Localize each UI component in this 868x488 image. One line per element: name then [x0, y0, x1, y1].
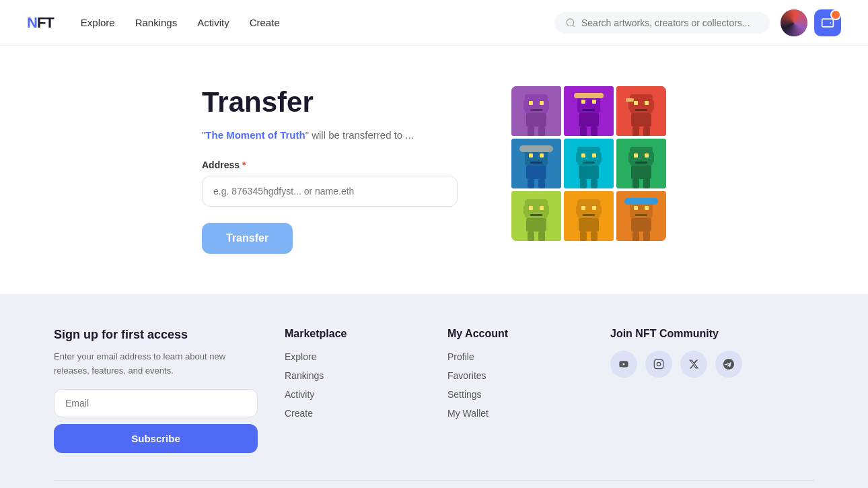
- svg-rect-26: [645, 101, 649, 105]
- svg-rect-70: [528, 232, 534, 241]
- svg-rect-48: [576, 152, 581, 163]
- svg-rect-81: [591, 232, 598, 241]
- marketplace-explore[interactable]: Explore: [285, 351, 316, 362]
- svg-rect-12: [538, 127, 545, 136]
- nav-create[interactable]: Create: [250, 17, 280, 28]
- svg-rect-29: [649, 100, 654, 110]
- svg-rect-65: [529, 206, 533, 210]
- youtube-icon[interactable]: [610, 351, 637, 378]
- header-actions: [781, 9, 841, 36]
- svg-rect-66: [540, 206, 544, 210]
- signup-description: Enter your email address to learn about …: [54, 350, 258, 378]
- search-bar[interactable]: [554, 12, 770, 34]
- svg-rect-49: [596, 152, 602, 163]
- wallet-button[interactable]: [814, 9, 841, 36]
- marketplace-title: Marketplace: [285, 328, 421, 340]
- community-title: Join NFT Community: [610, 328, 814, 340]
- svg-rect-20: [580, 127, 587, 136]
- main-content: Transfer "The Moment of Truth" will be t…: [0, 46, 868, 294]
- svg-rect-60: [632, 179, 639, 188]
- footer-my-account: My Account Profile Favorites Settings My…: [447, 328, 583, 453]
- search-icon: [565, 18, 576, 28]
- svg-rect-6: [529, 101, 533, 105]
- svg-rect-61: [643, 179, 650, 188]
- twitter-icon[interactable]: [680, 351, 707, 378]
- footer-top: Sign up for first access Enter your emai…: [54, 328, 814, 453]
- footer-community: Join NFT Community: [610, 328, 814, 453]
- account-wallet[interactable]: My Wallet: [447, 408, 489, 419]
- svg-rect-47: [583, 162, 595, 164]
- address-input[interactable]: [202, 176, 458, 207]
- nav-rankings[interactable]: Rankings: [135, 17, 178, 28]
- wallet-icon: [821, 16, 834, 30]
- svg-rect-75: [581, 206, 585, 210]
- transfer-form: Transfer "The Moment of Truth" will be t…: [202, 86, 458, 254]
- svg-rect-69: [544, 205, 549, 215]
- footer: Sign up for first access Enter your emai…: [0, 294, 868, 488]
- svg-rect-85: [634, 206, 638, 210]
- nft-cell-7: [511, 191, 561, 241]
- marketplace-rankings[interactable]: Rankings: [285, 370, 324, 381]
- svg-rect-45: [581, 153, 585, 158]
- nft-cell-2: [564, 86, 614, 136]
- nft-cell-4: [511, 139, 561, 188]
- nav-activity[interactable]: Activity: [197, 17, 229, 28]
- svg-rect-39: [519, 145, 553, 152]
- svg-rect-51: [591, 179, 598, 188]
- svg-rect-55: [634, 153, 638, 158]
- subscribe-button[interactable]: Subscribe: [54, 424, 258, 453]
- marketplace-activity[interactable]: Activity: [285, 389, 314, 400]
- logo[interactable]: NFT: [27, 14, 54, 32]
- transfer-button[interactable]: Transfer: [202, 223, 293, 254]
- svg-rect-40: [528, 179, 534, 188]
- svg-rect-41: [538, 179, 545, 188]
- transfer-title: Transfer: [202, 86, 458, 118]
- svg-rect-11: [528, 127, 534, 136]
- nft-cell-1: [511, 86, 561, 136]
- account-links: Profile Favorites Settings My Wallet: [447, 351, 583, 419]
- account-settings[interactable]: Settings: [447, 389, 482, 400]
- footer-bottom: © 2022 - 2023 NFT Marketplace, Inc Priva…: [54, 480, 814, 488]
- nft-cell-8: [564, 191, 614, 241]
- svg-rect-56: [645, 153, 649, 158]
- nft-cell-3: [616, 86, 666, 136]
- svg-rect-44: [579, 166, 599, 179]
- instagram-icon[interactable]: [645, 351, 672, 378]
- svg-point-0: [567, 19, 574, 26]
- nft-art-7: [511, 191, 561, 241]
- svg-rect-78: [576, 205, 581, 215]
- svg-rect-32: [626, 98, 634, 102]
- svg-rect-31: [643, 127, 650, 136]
- avatar[interactable]: [781, 9, 807, 36]
- svg-rect-2: [822, 19, 834, 27]
- signup-title: Sign up for first access: [54, 328, 258, 342]
- main-nav: Explore Rankings Activity Create: [81, 17, 554, 28]
- marketplace-links: Explore Rankings Activity Create: [285, 351, 421, 419]
- svg-rect-46: [592, 153, 596, 158]
- account-favorites[interactable]: Favorites: [447, 370, 486, 381]
- svg-rect-5: [526, 113, 546, 127]
- nft-art-6: [616, 139, 666, 188]
- svg-rect-64: [526, 218, 546, 232]
- marketplace-create[interactable]: Create: [285, 408, 313, 419]
- svg-rect-25: [634, 101, 638, 105]
- email-input[interactable]: [54, 389, 258, 417]
- address-label: Address *: [202, 160, 458, 170]
- svg-rect-16: [581, 100, 585, 104]
- svg-rect-37: [540, 153, 544, 158]
- email-form: Subscribe: [54, 389, 258, 453]
- nft-cell-6: [616, 139, 666, 188]
- svg-rect-15: [579, 113, 599, 127]
- search-input[interactable]: [581, 18, 759, 28]
- svg-rect-80: [580, 232, 587, 241]
- svg-rect-76: [592, 206, 596, 210]
- transfer-subtitle: "The Moment of Truth" will be transferre…: [202, 129, 458, 141]
- account-profile[interactable]: Profile: [447, 351, 474, 362]
- telegram-icon[interactable]: [715, 351, 742, 378]
- svg-rect-89: [632, 232, 639, 241]
- svg-rect-9: [523, 100, 529, 110]
- svg-rect-27: [635, 109, 647, 111]
- nav-explore[interactable]: Explore: [81, 17, 115, 28]
- nft-art-1: [511, 86, 561, 136]
- svg-rect-87: [635, 214, 647, 216]
